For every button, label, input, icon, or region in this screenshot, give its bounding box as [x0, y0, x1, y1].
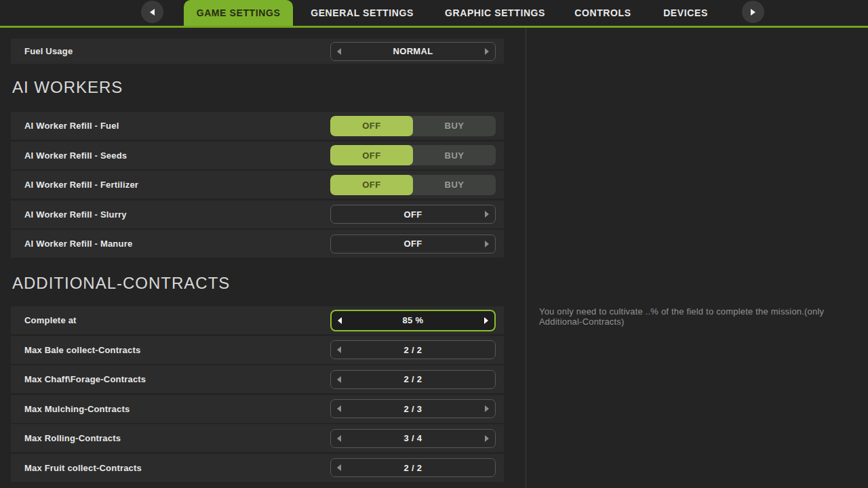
panel-divider	[526, 28, 526, 488]
section-title-ai-workers: AI WORKERS	[12, 75, 504, 100]
complete-at-selector[interactable]: 85 %	[330, 310, 496, 331]
setting-label: AI Worker Refill - Seeds	[24, 150, 330, 161]
right-arrow-icon	[751, 9, 755, 16]
option-label: OFF	[362, 180, 381, 190]
max-mulching-selector[interactable]: 2 / 3	[330, 399, 496, 418]
tab-general-settings[interactable]: GENERAL SETTINGS	[301, 0, 423, 26]
refill-fuel-toggle: OFF BUY	[330, 116, 496, 136]
setting-label: AI Worker Refill - Fertilizer	[24, 180, 330, 190]
tab-label: GAME SETTINGS	[197, 7, 281, 18]
setting-label: Fuel Usage	[24, 46, 330, 56]
increment-arrow-icon[interactable]	[485, 48, 489, 55]
selector-value: 3 / 4	[341, 433, 485, 443]
setting-row-refill-fertilizer: AI Worker Refill - Fertilizer OFF BUY	[11, 171, 504, 199]
setting-row-max-chaff-contracts: Max Chaff\Forage-Contracts 2 / 2	[11, 365, 504, 393]
max-bale-selector[interactable]: 2 / 2	[330, 340, 496, 359]
off-option-button[interactable]: OFF	[330, 145, 413, 165]
section-title-additional-contracts: ADDITIONAL-CONTRACTS	[12, 271, 504, 296]
game-settings-screen: GAME SETTINGS GENERAL SETTINGS GRAPHIC S…	[0, 0, 868, 488]
setting-row-max-mulching-contracts: Max Mulching-Contracts 2 / 3	[11, 395, 504, 423]
setting-row-max-bale-contracts: Max Bale collect-Contracts 2 / 2	[11, 336, 504, 364]
setting-label: Max Mulching-Contracts	[24, 404, 330, 414]
setting-label: Max Bale collect-Contracts	[24, 345, 330, 355]
refill-slurry-selector[interactable]: OFF	[330, 205, 496, 224]
tab-devices[interactable]: DEVICES	[625, 0, 747, 26]
selector-value: 2 / 2	[341, 345, 485, 355]
setting-label: AI Worker Refill - Manure	[24, 239, 330, 249]
tab-label: DEVICES	[663, 7, 708, 18]
setting-label: Max Chaff\Forage-Contracts	[24, 374, 330, 384]
selector-value: 2 / 2	[341, 463, 485, 473]
buy-option-button[interactable]: BUY	[413, 145, 496, 165]
settings-panel: Fuel Usage NORMAL AI WORKERS AI Worker R…	[11, 28, 504, 483]
setting-row-complete-at: Complete at 85 %	[11, 306, 504, 334]
settings-tab-bar: GAME SETTINGS GENERAL SETTINGS GRAPHIC S…	[0, 0, 868, 26]
off-option-button[interactable]: OFF	[330, 116, 413, 136]
setting-row-refill-manure: AI Worker Refill - Manure OFF	[11, 230, 504, 258]
max-fruit-selector[interactable]: 2 / 2	[330, 458, 496, 477]
refill-seeds-toggle: OFF BUY	[330, 145, 496, 165]
max-rolling-selector[interactable]: 3 / 4	[330, 429, 496, 448]
increment-arrow-icon[interactable]	[484, 317, 488, 324]
left-arrow-icon	[150, 9, 155, 16]
ai-workers-group: AI Worker Refill - Fuel OFF BUY AI Worke…	[11, 112, 504, 258]
tab-label: CONTROLS	[574, 7, 631, 18]
increment-arrow-icon[interactable]	[485, 211, 489, 218]
tab-label: GENERAL SETTINGS	[311, 7, 414, 18]
setting-label: AI Worker Refill - Fuel	[24, 121, 330, 131]
setting-row-refill-fuel: AI Worker Refill - Fuel OFF BUY	[11, 112, 504, 140]
increment-arrow-icon[interactable]	[485, 435, 489, 442]
selector-value: 2 / 2	[341, 374, 485, 384]
tab-label: GRAPHIC SETTINGS	[445, 7, 545, 18]
option-label: OFF	[362, 150, 381, 161]
tabs-scroll-right-button[interactable]	[742, 1, 764, 23]
option-label: BUY	[445, 180, 465, 190]
selector-value: NORMAL	[341, 46, 485, 56]
additional-contracts-group: Complete at 85 % Max Bale collect-Contra…	[11, 306, 504, 482]
setting-label: Complete at	[24, 315, 330, 325]
tab-graphic-settings[interactable]: GRAPHIC SETTINGS	[434, 0, 556, 26]
setting-description: You only need to cultivate ..% of the fi…	[539, 306, 858, 327]
increment-arrow-icon[interactable]	[485, 405, 489, 412]
option-label: BUY	[445, 150, 465, 161]
selector-value: 85 %	[342, 315, 484, 325]
setting-label: Max Rolling-Contracts	[24, 433, 330, 443]
option-label: BUY	[445, 121, 465, 131]
fuel-usage-selector[interactable]: NORMAL	[330, 42, 496, 61]
off-option-button[interactable]: OFF	[330, 175, 413, 195]
refill-fertilizer-toggle: OFF BUY	[330, 175, 496, 195]
setting-row-refill-slurry: AI Worker Refill - Slurry OFF	[11, 201, 504, 228]
setting-row-max-fruit-contracts: Max Fruit collect-Contracts 2 / 2	[11, 454, 504, 482]
selector-value: 2 / 3	[341, 404, 485, 414]
section-title-text: AI WORKERS	[12, 78, 123, 97]
selector-value: OFF	[341, 239, 485, 249]
max-chaff-selector[interactable]: 2 / 2	[330, 370, 496, 389]
setting-label: AI Worker Refill - Slurry	[24, 209, 330, 220]
selector-value: OFF	[341, 209, 485, 220]
setting-row-max-rolling-contracts: Max Rolling-Contracts 3 / 4	[11, 424, 504, 452]
setting-label: Max Fruit collect-Contracts	[24, 463, 330, 473]
refill-manure-selector[interactable]: OFF	[330, 235, 496, 253]
tabs-scroll-left-button[interactable]	[141, 1, 163, 23]
setting-row-fuel-usage: Fuel Usage NORMAL	[11, 39, 504, 64]
buy-option-button[interactable]: BUY	[413, 116, 496, 136]
tab-game-settings[interactable]: GAME SETTINGS	[184, 0, 293, 26]
option-label: OFF	[362, 121, 381, 131]
increment-arrow-icon[interactable]	[485, 241, 489, 247]
section-title-text: ADDITIONAL-CONTRACTS	[12, 274, 230, 293]
buy-option-button[interactable]: BUY	[413, 175, 496, 195]
setting-row-refill-seeds: AI Worker Refill - Seeds OFF BUY	[11, 142, 504, 169]
